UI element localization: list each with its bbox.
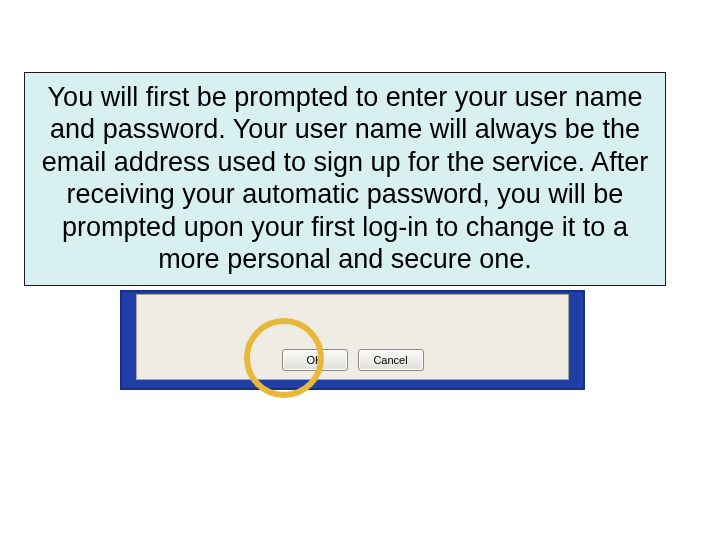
login-dialog-backdrop: OK Cancel xyxy=(120,290,585,390)
cancel-button[interactable]: Cancel xyxy=(358,349,424,371)
ok-button[interactable]: OK xyxy=(282,349,348,371)
dialog-button-row: OK Cancel xyxy=(137,349,568,371)
slide-stage: OK Cancel You will first be prompted to … xyxy=(0,0,720,540)
instruction-callout: You will first be prompted to enter your… xyxy=(24,72,666,286)
instruction-text: You will first be prompted to enter your… xyxy=(35,81,655,275)
login-dialog-body: OK Cancel xyxy=(136,294,569,380)
